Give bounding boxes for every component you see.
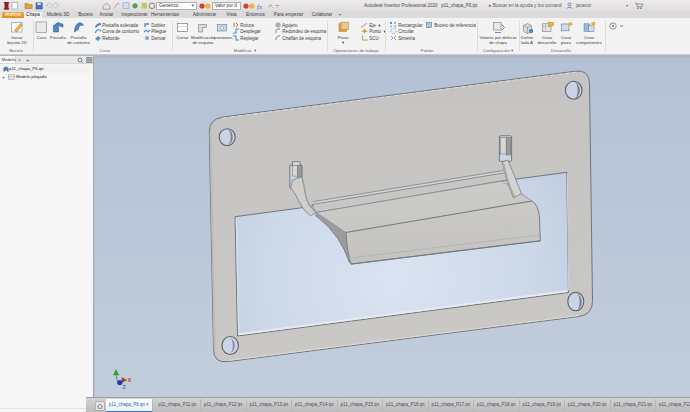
svg-text:fx: fx bbox=[257, 2, 263, 10]
svg-text:Z: Z bbox=[122, 383, 125, 389]
